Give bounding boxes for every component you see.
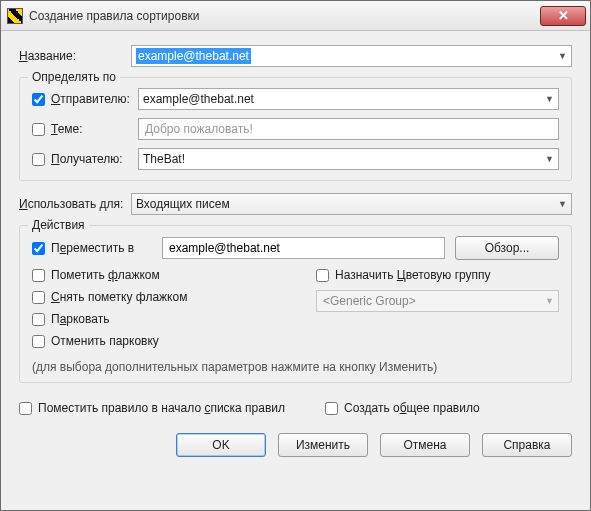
mark-flag-label[interactable]: Пометить флажком [51,268,160,282]
cancel-button[interactable]: Отмена [380,433,470,457]
titlebar[interactable]: Создание правила сортировки ✕ [1,1,590,31]
edit-hint: (для выбора дополнительных параметров на… [32,360,559,374]
close-button[interactable]: ✕ [540,6,586,26]
dialog-window: Создание правила сортировки ✕ Название: … [0,0,591,511]
actions-legend: Действия [28,218,89,232]
to-top-checkbox[interactable] [19,402,32,415]
unpark-checkbox[interactable] [32,335,45,348]
app-icon [7,8,23,24]
edit-button[interactable]: Изменить [278,433,368,457]
browse-button[interactable]: Обзор... [455,236,559,260]
chevron-down-icon[interactable]: ▼ [554,194,571,214]
use-for-label: Использовать для: [19,197,131,211]
subject-checkbox[interactable] [32,123,45,136]
color-group-checkbox[interactable] [316,269,329,282]
use-for-combo[interactable]: Входящих писем ▼ [131,193,572,215]
name-combo[interactable]: example@thebat.net ▼ [131,45,572,67]
chevron-down-icon[interactable]: ▼ [554,46,571,66]
name-label: Название: [19,49,131,63]
sender-label[interactable]: Отправителю: [51,92,130,106]
common-rule-label[interactable]: Создать общее правило [344,401,480,415]
recipient-label[interactable]: Получателю: [51,152,123,166]
chevron-down-icon[interactable]: ▼ [541,149,558,169]
recipient-checkbox[interactable] [32,153,45,166]
detect-group: Определять по Отправителю: example@theba… [19,77,572,181]
park-label[interactable]: Парковать [51,312,109,326]
park-checkbox[interactable] [32,313,45,326]
clear-flag-checkbox[interactable] [32,291,45,304]
sender-checkbox[interactable] [32,93,45,106]
chevron-down-icon[interactable]: ▼ [541,89,558,109]
subject-label[interactable]: Теме: [51,122,83,136]
move-label[interactable]: Переместить в [51,241,134,255]
chevron-down-icon: ▼ [541,291,558,311]
actions-group: Действия Переместить в example@thebat.ne… [19,225,572,383]
mark-flag-checkbox[interactable] [32,269,45,282]
window-title: Создание правила сортировки [29,9,538,23]
ok-button[interactable]: OK [176,433,266,457]
color-group-select: <Generic Group> ▼ [316,290,559,312]
sender-combo[interactable]: example@thebat.net ▼ [138,88,559,110]
clear-flag-label[interactable]: Снять пометку флажком [51,290,187,304]
detect-legend: Определять по [28,70,120,84]
to-top-label[interactable]: Поместить правило в начало списка правил [38,401,285,415]
move-target-input[interactable]: example@thebat.net [162,237,445,259]
name-value: example@thebat.net [136,48,251,64]
move-checkbox[interactable] [32,242,45,255]
help-button[interactable]: Справка [482,433,572,457]
unpark-label[interactable]: Отменить парковку [51,334,159,348]
subject-input[interactable]: Добро пожаловать! [138,118,559,140]
recipient-combo[interactable]: TheBat! ▼ [138,148,559,170]
dialog-body: Название: example@thebat.net ▼ Определят… [1,31,590,510]
color-group-label[interactable]: Назначить Цветовую группу [335,268,491,282]
common-rule-checkbox[interactable] [325,402,338,415]
